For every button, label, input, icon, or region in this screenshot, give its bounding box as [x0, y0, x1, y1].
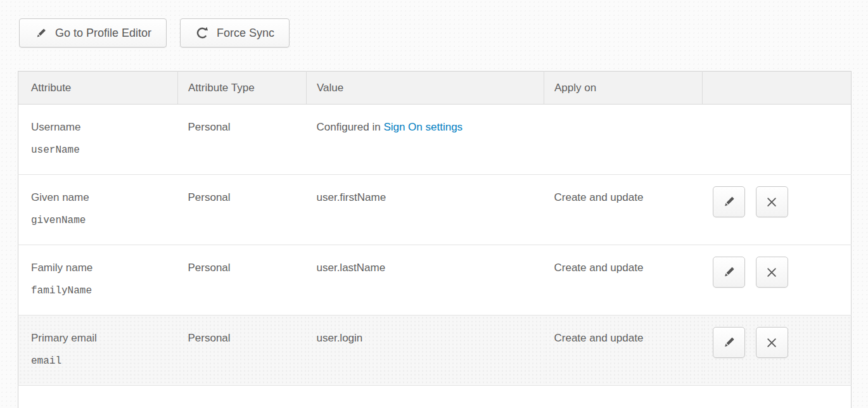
table-row-primary-email: Primary email email Personal user.login …	[18, 316, 852, 386]
attribute-label: Username	[31, 121, 168, 134]
force-sync-label: Force Sync	[217, 27, 274, 40]
edit-attribute-button[interactable]	[713, 327, 745, 358]
attribute-value-cell: user.login	[307, 316, 544, 386]
edit-attribute-button[interactable]	[713, 186, 745, 217]
table-row-empty	[18, 386, 852, 408]
attribute-cell: Given name givenName	[18, 175, 178, 245]
attribute-name: email	[31, 355, 168, 367]
table-header-row: Attribute Attribute Type Value Apply on	[18, 72, 852, 105]
table-row-family-name: Family name familyName Personal user.las…	[18, 245, 852, 316]
go-to-profile-editor-label: Go to Profile Editor	[55, 27, 151, 40]
close-icon	[765, 196, 778, 208]
column-header-attribute: Attribute	[18, 72, 178, 105]
attribute-cell: Primary email email	[18, 316, 178, 386]
attribute-cell: Username userName	[18, 105, 178, 175]
actions-cell	[703, 316, 852, 386]
attribute-value-cell: user.lastName	[307, 245, 544, 316]
empty-cell	[18, 386, 852, 408]
attribute-label: Family name	[31, 262, 168, 274]
table-row-given-name: Given name givenName Personal user.first…	[18, 175, 852, 245]
attribute-mappings-page: Go to Profile Editor Force Sync Attribut…	[0, 0, 868, 408]
attribute-name: userName	[31, 144, 168, 156]
refresh-icon	[195, 26, 209, 40]
attribute-type-cell: Personal	[178, 316, 307, 386]
remove-attribute-button[interactable]	[756, 327, 788, 358]
column-header-value: Value	[307, 72, 544, 105]
attribute-type-cell: Personal	[178, 245, 307, 316]
apply-on-cell: Create and update	[544, 175, 703, 245]
pencil-icon	[722, 194, 736, 209]
attribute-name: givenName	[31, 215, 168, 226]
actions-cell	[703, 245, 852, 316]
attribute-label: Given name	[31, 191, 168, 204]
apply-on-cell	[544, 105, 703, 175]
attribute-cell: Family name familyName	[18, 245, 178, 316]
remove-attribute-button[interactable]	[756, 186, 788, 217]
value-prefix-text: Configured in	[317, 121, 381, 133]
force-sync-button[interactable]: Force Sync	[180, 18, 290, 48]
pencil-icon	[722, 335, 736, 350]
attribute-name: familyName	[31, 285, 168, 296]
table-row-username: Username userName Personal Configured in…	[18, 105, 852, 175]
close-icon	[765, 266, 778, 279]
attribute-type-cell: Personal	[178, 105, 307, 175]
actions-cell	[703, 175, 852, 245]
column-header-apply-on: Apply on	[544, 72, 703, 105]
attribute-type-cell: Personal	[178, 175, 307, 245]
column-header-actions	[703, 72, 852, 105]
close-icon	[765, 336, 778, 349]
edit-attribute-button[interactable]	[713, 257, 745, 288]
toolbar: Go to Profile Editor Force Sync	[19, 18, 290, 48]
pencil-icon	[34, 27, 48, 40]
remove-attribute-button[interactable]	[756, 257, 788, 288]
attribute-value-cell: Configured inSign On settings	[307, 105, 544, 175]
attribute-mappings-table: Attribute Attribute Type Value Apply on …	[18, 71, 851, 408]
actions-cell	[703, 105, 852, 175]
apply-on-cell: Create and update	[544, 245, 703, 316]
attribute-label: Primary email	[31, 332, 168, 345]
column-header-attribute-type: Attribute Type	[178, 72, 307, 105]
apply-on-cell: Create and update	[544, 316, 703, 386]
sign-on-settings-link[interactable]: Sign On settings	[383, 121, 463, 133]
attribute-value-cell: user.firstName	[307, 175, 544, 245]
pencil-icon	[722, 265, 736, 279]
go-to-profile-editor-button[interactable]: Go to Profile Editor	[19, 18, 167, 48]
